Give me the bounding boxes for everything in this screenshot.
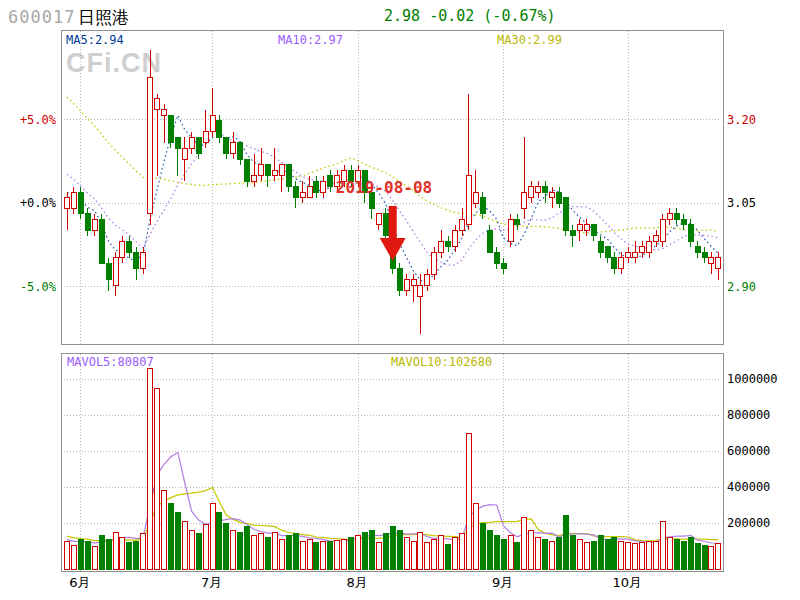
left-axis-tick-minus5: -5.0%	[10, 280, 56, 294]
stock-code: 600017	[8, 7, 75, 27]
stock-name: 日照港	[78, 6, 129, 29]
vol-axis-tick-800000: 800000	[727, 408, 793, 422]
legend-mavol10: MAVOL10:102680	[391, 355, 492, 369]
stock-chart-page: 600017 日照港 2.98 -0.02 (-0.67%) CFi.CN MA…	[0, 0, 800, 600]
event-date-annotation: 2019-08-08	[331, 178, 437, 197]
x-axis-label-june: 6月	[62, 574, 98, 592]
vol-axis-tick-400000: 400000	[727, 480, 793, 494]
volume-panel	[61, 353, 724, 572]
x-axis-label-august: 8月	[339, 574, 375, 592]
vol-axis-tick-600000: 600000	[727, 444, 793, 458]
x-axis-label-july: 7月	[194, 574, 230, 592]
vol-axis-tick-1000000: 1000000	[727, 372, 793, 386]
legend-mavol5: MAVOL5:80807	[67, 355, 154, 369]
legend-ma5: MA5:2.94	[66, 33, 124, 47]
volume-canvas	[62, 354, 723, 571]
left-axis-tick-plus5: +5.0%	[10, 113, 56, 127]
stock-quote: 2.98 -0.02 (-0.67%)	[384, 7, 556, 25]
vol-axis-tick-200000: 200000	[727, 516, 793, 530]
left-axis-tick-zero: +0.0%	[10, 196, 56, 210]
right-axis-tick-low: 2.90	[727, 280, 793, 294]
legend-ma30: MA30:2.99	[497, 33, 562, 47]
x-axis-label-october: 10月	[609, 574, 645, 592]
x-axis-label-september: 9月	[485, 574, 521, 592]
right-axis-tick-mid: 3.05	[727, 196, 793, 210]
right-axis-tick-high: 3.20	[727, 113, 793, 127]
legend-ma10: MA10:2.97	[278, 33, 343, 47]
